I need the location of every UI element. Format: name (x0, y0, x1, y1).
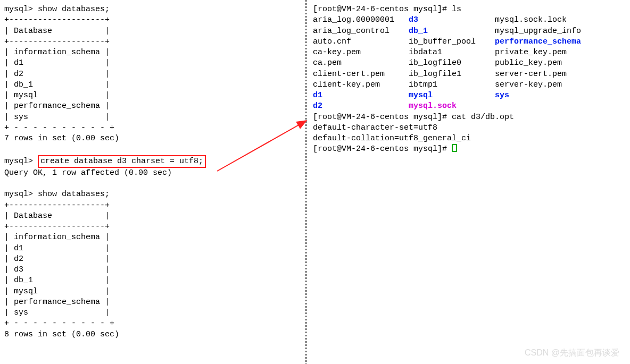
ls-row: aria_log_control db_1 mysql_upgrade_info (313, 27, 591, 36)
ls-row: ca.pem ib_logfile0 public_key.pem (313, 58, 591, 67)
ls-row: client-cert.pem ib_logfile1 server-cert.… (313, 70, 591, 79)
shell-prompt: [root@VM-24-6-centos mysql]# (313, 145, 447, 154)
mysql-prompt: mysql> (4, 157, 33, 166)
result-footer: 7 rows in set (0.00 sec) (4, 134, 119, 143)
sql-command: show databases; (38, 190, 110, 199)
mysql-terminal[interactable]: mysql> show databases; +----------------… (0, 2, 303, 342)
file-content-line: default-collation=utf8_general_ci (313, 134, 471, 143)
cursor[interactable] (452, 144, 457, 152)
table-output: +--------------------+ | Database | +---… (4, 201, 114, 328)
pane-separator (305, 0, 307, 364)
shell-command: cat d3/db.opt (452, 113, 514, 122)
shell-prompt: [root@VM-24-6-centos mysql]# (313, 113, 447, 122)
ls-row: auto.cnf ib_buffer_pool performance_sche… (313, 37, 591, 46)
ls-row: d1 mysql sys (313, 91, 591, 100)
highlighted-command: create database d3 charset = utf8; (38, 155, 206, 168)
file-content-line: default-character-set=utf8 (313, 123, 437, 132)
mysql-prompt: mysql> (4, 190, 33, 199)
watermark: CSDN @先搞面包再谈爱 (525, 347, 619, 359)
query-result: Query OK, 1 row affected (0.00 sec) (4, 168, 172, 177)
shell-command: ls (452, 5, 461, 14)
ls-row: ca-key.pem ibdata1 private_key.pem (313, 48, 591, 57)
ls-row: client-key.pem ibtmp1 server-key.pem (313, 80, 591, 89)
ls-row: aria_log.00000001 d3 mysql.sock.lock (313, 15, 591, 24)
sql-command: show databases; (38, 5, 110, 14)
ls-row: d2 mysql.sock (313, 101, 591, 111)
mysql-prompt: mysql> (4, 5, 33, 14)
table-output: +--------------------+ | Database | +---… (4, 15, 114, 132)
result-footer: 8 rows in set (0.00 sec) (4, 330, 119, 339)
shell-terminal[interactable]: [root@VM-24-6-centos mysql]# ls aria_log… (309, 2, 628, 157)
shell-prompt: [root@VM-24-6-centos mysql]# (313, 5, 447, 14)
